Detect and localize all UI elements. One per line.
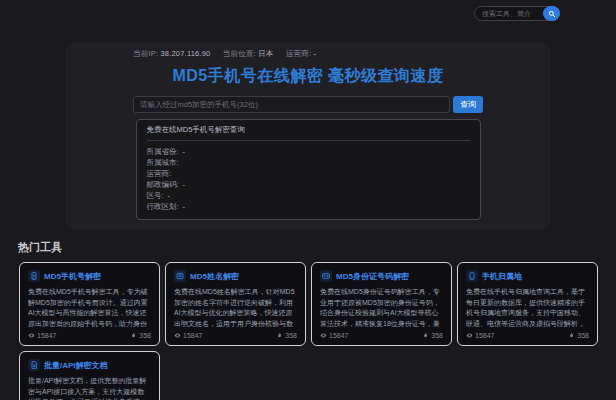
location-label: 当前位置: xyxy=(223,49,256,58)
result-row-areacode: 区号:- xyxy=(147,190,470,201)
tool-card-desc: 免费在线MD5姓名解密工具，针对MD5加密的姓名字符串进行逆向破解，利用AI大模… xyxy=(174,287,297,329)
eye-icon xyxy=(28,332,35,339)
id-card-icon xyxy=(320,270,332,282)
tool-card-md5-name[interactable]: MD5姓名解密 免费在线MD5姓名解密工具，针对MD5加密的姓名字符串进行逆向破… xyxy=(165,262,306,346)
result-row-zipcode: 邮政编码:- xyxy=(147,179,470,190)
page-title: MD5手机号在线解密 毫秒级查询速度 xyxy=(89,66,527,87)
eye-icon xyxy=(466,332,473,339)
tool-card-title: 批量/API解密文档 xyxy=(44,360,108,371)
search-icon xyxy=(548,6,556,21)
tool-card-desc: 批量/API解密文档，提供完整的批量解密与API接口接入方案，支持大规模数据批量… xyxy=(28,376,151,400)
query-row: 查询 xyxy=(133,96,483,113)
isp-value: - xyxy=(314,49,317,58)
hot-stat: 358 xyxy=(568,332,589,339)
tool-card-title: MD5姓名解密 xyxy=(190,271,239,282)
ip-label: 当前IP: xyxy=(133,49,158,58)
tool-card-title: MD5手机号解密 xyxy=(44,271,101,282)
result-row-city: 所属城市: xyxy=(147,157,470,168)
phone-unlock-icon xyxy=(28,270,40,282)
result-rows: 所属省份:- 所属城市: 运营商: 邮政编码:- 区号:- 行政区划:- xyxy=(147,146,470,212)
result-panel-title: 免费在线MD5手机号解密查询 xyxy=(147,125,470,141)
tool-card-title: 手机归属地 xyxy=(482,271,522,282)
tool-cards-grid: MD5手机号解密 免费在线MD5手机号解密工具，专为破解MD5加密的手机号而设计… xyxy=(19,262,601,400)
document-icon xyxy=(28,359,40,371)
hot-stat: 358 xyxy=(130,332,151,339)
smartphone-icon xyxy=(466,270,478,282)
result-row-province: 所属省份:- xyxy=(147,146,470,157)
views-stat: 15847 xyxy=(28,332,56,339)
tool-card-md5-idcard[interactable]: MD5身份证号码解密 免费在线MD5身份证号码解密工具，专业用于还原被MD5加密… xyxy=(311,262,452,346)
tool-card-batch-api-docs[interactable]: 批量/API解密文档 批量/API解密文档，提供完整的批量解密与API接口接入方… xyxy=(19,351,160,400)
location-value: 日本 xyxy=(258,49,273,58)
md5-input[interactable] xyxy=(133,96,450,113)
views-stat: 15847 xyxy=(466,332,494,339)
tool-card-desc: 免费在线手机号归属地查询工具，基于每日更新的数据库，提供快速精准的手机号归属地查… xyxy=(466,287,589,329)
views-stat: 15847 xyxy=(320,332,348,339)
list-lines-icon xyxy=(174,270,186,282)
ip-value: 38.207.116.90 xyxy=(160,49,210,58)
result-row-district: 行政区划:- xyxy=(147,201,470,212)
hot-stat: 358 xyxy=(276,332,297,339)
eye-icon xyxy=(174,332,181,339)
flame-icon xyxy=(276,332,283,339)
flame-icon xyxy=(422,332,429,339)
search-button[interactable] xyxy=(543,6,560,21)
site-search[interactable] xyxy=(474,6,560,21)
isp-label: 运营商: xyxy=(286,49,311,58)
tool-card-title: MD5身份证号码解密 xyxy=(336,271,409,282)
hot-stat: 358 xyxy=(422,332,443,339)
flame-icon xyxy=(130,332,137,339)
hero-panel: 当前IP: 38.207.116.90 当前位置: 日本 运营商: - MD5手… xyxy=(65,42,551,230)
topbar xyxy=(0,0,616,26)
result-panel: 免费在线MD5手机号解密查询 所属省份:- 所属城市: 运营商: 邮政编码:- … xyxy=(136,119,481,220)
search-input[interactable] xyxy=(475,10,591,17)
tool-card-md5-phone[interactable]: MD5手机号解密 免费在线MD5手机号解密工具，专为破解MD5加密的手机号而设计… xyxy=(19,262,160,346)
eye-icon xyxy=(320,332,327,339)
tool-card-desc: 免费在线MD5身份证号码解密工具，专业用于还原被MD5加密的身份证号码，结合身份… xyxy=(320,287,443,329)
query-button[interactable]: 查询 xyxy=(453,96,483,113)
result-row-carrier: 运营商: xyxy=(147,168,470,179)
visitor-meta: 当前IP: 38.207.116.90 当前位置: 日本 运营商: - xyxy=(89,49,527,59)
flame-icon xyxy=(568,332,575,339)
views-stat: 15847 xyxy=(174,332,202,339)
section-title-hot-tools: 热门工具 xyxy=(18,240,616,255)
tool-card-desc: 免费在线MD5手机号解密工具，专为破解MD5加密的手机号而设计。通过内置AI大模… xyxy=(28,287,151,329)
tool-card-phone-location[interactable]: 手机归属地 免费在线手机号归属地查询工具，基于每日更新的数据库，提供快速精准的手… xyxy=(457,262,598,346)
